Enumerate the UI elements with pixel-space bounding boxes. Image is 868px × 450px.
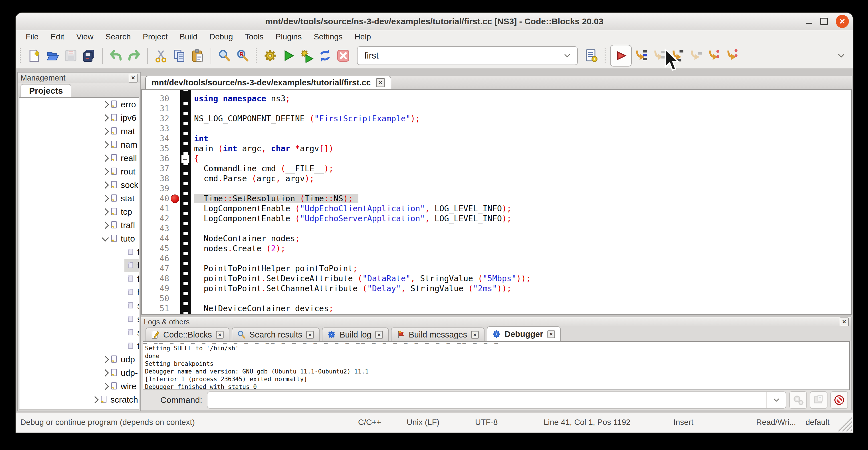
cut-button[interactable] (152, 47, 170, 65)
tree-item-cell[interactable]: he (124, 286, 139, 299)
tree-item-se[interactable]: se (20, 299, 139, 312)
tree-item-sock[interactable]: sock (20, 178, 139, 191)
fold-margin[interactable] (180, 90, 191, 314)
tree-item-scratch[interactable]: scratch (20, 393, 139, 406)
tree-item-stat[interactable]: stat (20, 191, 139, 205)
editor-tab-close-icon[interactable]: ✕ (376, 78, 385, 87)
logs-close-icon[interactable]: ✕ (840, 318, 848, 326)
code-line-45[interactable]: 45 nodes.Create (2); (142, 244, 851, 253)
build-target-options-button[interactable] (582, 47, 601, 65)
code-line-36[interactable]: 36{ (142, 154, 851, 163)
code-line-52[interactable]: 52 devices = pointToPoint.Install (nodes… (142, 313, 851, 314)
run-to-cursor-button[interactable] (632, 47, 650, 65)
tree-item-cell[interactable]: sock (108, 178, 139, 191)
tree-item-se[interactable]: se (20, 312, 139, 326)
debug-windows-button[interactable] (789, 391, 807, 409)
paste-button[interactable] (188, 47, 207, 65)
code-line-43[interactable]: 43 (142, 223, 851, 234)
tree-item-cell[interactable]: se (124, 299, 139, 312)
tree-item-cell[interactable]: scratch (98, 393, 139, 406)
menu-help[interactable]: Help (349, 32, 377, 41)
find-button[interactable] (215, 47, 234, 65)
tree-item-cell[interactable]: th (124, 339, 139, 353)
code-line-33[interactable]: 33 (142, 124, 851, 133)
step-into-instruction-button[interactable] (723, 47, 741, 65)
log-tab-close-icon[interactable]: ✕ (216, 331, 223, 338)
copy-button[interactable] (170, 47, 188, 65)
code-line-51[interactable]: 51 NetDeviceContainer devices; (142, 303, 851, 313)
tree-item-fif[interactable]: fif (20, 245, 139, 259)
code-line-41[interactable]: 41 LogComponentEnable ("UdpEchoClientApp… (142, 204, 851, 214)
log-tab-close-icon[interactable]: ✕ (375, 331, 383, 338)
tree-item-cell[interactable]: se (124, 312, 139, 326)
log-tab-close-icon[interactable]: ✕ (547, 330, 555, 338)
tree-item-cell[interactable]: six (124, 326, 139, 339)
stop-debugger-button[interactable] (830, 391, 848, 409)
open-file-button[interactable] (43, 47, 62, 65)
tree-item-th[interactable]: th (20, 339, 139, 353)
code-line-48[interactable]: 48 pointToPoint.SetDeviceAttribute ("Dat… (142, 274, 851, 283)
menu-plugins[interactable]: Plugins (270, 32, 308, 41)
menu-settings[interactable]: Settings (308, 32, 348, 41)
menu-file[interactable]: File (20, 32, 44, 41)
tree-item-cell[interactable]: mat (108, 124, 139, 138)
code-line-37[interactable]: 37 CommandLine cmd (__FILE__); (142, 163, 851, 174)
menu-view[interactable]: View (70, 32, 99, 41)
command-input[interactable] (207, 391, 786, 409)
menu-tools[interactable]: Tools (239, 32, 269, 41)
menu-project[interactable]: Project (137, 32, 174, 41)
tree-item-cell[interactable]: stat (108, 191, 138, 205)
tree-item-cell[interactable]: src (98, 406, 126, 410)
tree-item-cell[interactable]: erro (108, 98, 139, 111)
fold-collapse-icon[interactable] (181, 155, 189, 163)
log-tab-close-icon[interactable]: ✕ (306, 331, 314, 338)
debug-continue-button[interactable] (610, 45, 632, 66)
tree-item-rout[interactable]: rout (20, 165, 139, 178)
tree-item-tcp[interactable]: tcp (20, 205, 139, 218)
tree-item-six[interactable]: six (20, 326, 139, 339)
step-out-button[interactable] (686, 47, 705, 65)
tree-item-cell[interactable]: udp- (108, 366, 139, 380)
tree-item-cell[interactable]: fo (124, 272, 139, 286)
code-line-34[interactable]: 34int (142, 133, 851, 144)
tree-item-cell[interactable]: trafl (108, 218, 139, 232)
management-close-icon[interactable]: ✕ (129, 74, 137, 83)
debug-info-button[interactable] (810, 391, 828, 409)
run-button[interactable] (279, 47, 298, 65)
log-tab-debugger[interactable]: Debugger✕ (487, 326, 560, 341)
close-button[interactable]: ✕ (836, 15, 849, 28)
editor-tab-first-cc[interactable]: mnt/dev/tools/source/ns-3-dev/examples/t… (145, 76, 391, 89)
abort-button[interactable] (334, 47, 352, 65)
minimize-button[interactable] (806, 23, 812, 24)
save-all-button[interactable] (80, 47, 98, 65)
undo-button[interactable] (107, 47, 125, 65)
project-tree[interactable]: erroipv6matnamreallroutsockstattcptraflt… (19, 97, 139, 410)
tree-item-cell[interactable]: fif (124, 245, 139, 259)
breakpoint-marker[interactable] (170, 194, 179, 203)
toolbar-grip[interactable] (256, 48, 258, 63)
toolbar-grip[interactable] (604, 48, 607, 63)
tree-item-trafl[interactable]: trafl (20, 218, 139, 232)
code-line-39[interactable]: 39 (142, 184, 851, 193)
code-line-35[interactable]: 35main (int argc, char *argv[]) (142, 144, 851, 154)
chevron-down-icon[interactable] (563, 52, 571, 59)
replace-button[interactable] (234, 47, 252, 65)
tree-item-fir[interactable]: fir (20, 259, 139, 272)
tree-item-cell[interactable]: reall (108, 151, 139, 165)
code-line-46[interactable]: 46 (142, 253, 851, 264)
tree-item-mat[interactable]: mat (20, 124, 139, 138)
code-line-38[interactable]: 38 cmd.Parse (argc, argv); (142, 174, 851, 184)
next-instruction-button[interactable] (705, 47, 723, 65)
code-line-47[interactable]: 47 PointToPointHelper pointToPoint; (142, 264, 851, 274)
tree-item-fo[interactable]: fo (20, 272, 139, 286)
tree-item-ipv6[interactable]: ipv6 (20, 111, 139, 124)
tree-item-nam[interactable]: nam (20, 138, 139, 151)
tree-item-src[interactable]: src (20, 406, 139, 410)
tree-item-cell[interactable]: udp (108, 353, 139, 366)
tree-item-cell[interactable]: fir (124, 259, 139, 272)
log-tab-build-messages[interactable]: Build messages✕ (391, 328, 485, 341)
code-line-42[interactable]: 42 LogComponentEnable ("UdpEchoServerApp… (142, 214, 851, 223)
menu-build[interactable]: Build (174, 32, 203, 41)
build-and-run-button[interactable] (298, 47, 316, 65)
command-dropdown[interactable] (767, 392, 786, 408)
